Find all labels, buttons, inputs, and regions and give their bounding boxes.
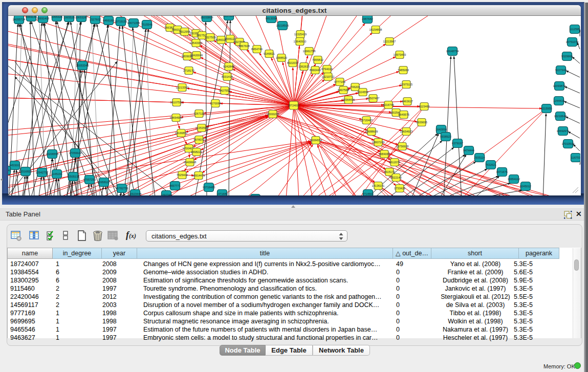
svg-text:16210643: 16210643 <box>554 115 567 118</box>
svg-text:18807249: 18807249 <box>372 141 385 144</box>
svg-text:3267110: 3267110 <box>193 112 204 115</box>
svg-text:9242848: 9242848 <box>223 65 234 68</box>
svg-text:1362615: 1362615 <box>298 65 310 68</box>
svg-text:15751074: 15751074 <box>566 40 579 43</box>
svg-text:8215955: 8215955 <box>541 107 552 110</box>
svg-text:20053346: 20053346 <box>76 64 89 67</box>
svg-text:19166852: 19166852 <box>175 132 188 135</box>
svg-text:1112595: 1112595 <box>570 28 580 31</box>
svg-text:13716485: 13716485 <box>203 186 215 189</box>
svg-text:10688609: 10688609 <box>365 130 378 133</box>
svg-text:10958117: 10958117 <box>98 181 110 184</box>
svg-text:14055724: 14055724 <box>13 18 26 21</box>
svg-text:9714564: 9714564 <box>362 192 374 195</box>
svg-text:12505135: 12505135 <box>67 175 80 178</box>
svg-text:9146821: 9146821 <box>264 52 275 55</box>
svg-text:8813054: 8813054 <box>266 17 277 20</box>
svg-text:746206: 746206 <box>351 85 360 89</box>
svg-text:6497568: 6497568 <box>338 89 349 92</box>
svg-text:6939695: 6939695 <box>416 121 427 124</box>
svg-text:16210722: 16210722 <box>322 75 335 78</box>
svg-text:7625402: 7625402 <box>177 173 188 177</box>
svg-text:23420046: 23420046 <box>190 54 203 57</box>
svg-text:3915941: 3915941 <box>8 169 11 172</box>
svg-text:9357224: 9357224 <box>223 16 234 17</box>
svg-text:7485063: 7485063 <box>398 69 409 72</box>
svg-text:16648754: 16648754 <box>446 50 459 53</box>
svg-text:10543362: 10543362 <box>190 41 203 45</box>
svg-text:20691406: 20691406 <box>37 17 50 20</box>
svg-text:9427552: 9427552 <box>219 89 230 92</box>
svg-text:16107552: 16107552 <box>170 101 183 104</box>
svg-text:8031414: 8031414 <box>222 75 233 78</box>
svg-text:9329966: 9329966 <box>561 55 573 58</box>
svg-text:10973493: 10973493 <box>394 53 406 56</box>
svg-text:1588520: 1588520 <box>276 56 287 59</box>
svg-text:6794023: 6794023 <box>321 68 333 71</box>
svg-text:9649575: 9649575 <box>398 113 409 116</box>
svg-text:12975115: 12975115 <box>400 83 412 86</box>
svg-text:9777169: 9777169 <box>334 80 345 83</box>
svg-text:12093872: 12093872 <box>553 84 566 87</box>
svg-text:8216745: 8216745 <box>383 103 394 106</box>
svg-text:2522140: 2522140 <box>390 176 402 179</box>
svg-text:3678372: 3678372 <box>193 138 205 141</box>
svg-text:2069140: 2069140 <box>26 16 37 18</box>
svg-text:10923448: 10923448 <box>129 192 142 195</box>
svg-text:9474444: 9474444 <box>463 149 474 152</box>
svg-text:1092344: 1092344 <box>161 193 172 195</box>
svg-text:16961758: 16961758 <box>303 50 316 53</box>
svg-text:1244419: 1244419 <box>553 99 564 102</box>
svg-text:10719155: 10719155 <box>115 20 127 23</box>
svg-text:9227343: 9227343 <box>555 69 567 72</box>
svg-text:1527602: 1527602 <box>90 18 101 21</box>
svg-text:16782759: 16782759 <box>116 187 128 190</box>
svg-text:11516829: 11516829 <box>19 170 32 173</box>
svg-text:8471676: 8471676 <box>496 170 508 173</box>
svg-text:116753: 116753 <box>571 156 580 159</box>
svg-text:19384554: 19384554 <box>310 139 322 142</box>
svg-text:16154838: 16154838 <box>369 28 382 31</box>
svg-text:8322037: 8322037 <box>287 61 298 64</box>
svg-text:16033809: 16033809 <box>201 16 213 19</box>
svg-text:18300295: 18300295 <box>267 113 279 116</box>
svg-text:1733426: 1733426 <box>394 187 405 190</box>
svg-text:9327509: 9327509 <box>205 36 216 39</box>
svg-text:10653287: 10653287 <box>75 16 88 19</box>
svg-text:12213967: 12213967 <box>383 40 396 43</box>
svg-text:10671355: 10671355 <box>127 21 140 25</box>
svg-text:12942757: 12942757 <box>36 171 49 174</box>
svg-text:5938923: 5938923 <box>440 135 451 138</box>
svg-text:2867608: 2867608 <box>238 45 250 48</box>
svg-text:11353594: 11353594 <box>195 126 208 129</box>
svg-text:2718170: 2718170 <box>183 69 194 72</box>
svg-text:9657771: 9657771 <box>169 184 181 187</box>
svg-text:20364436: 20364436 <box>342 98 355 101</box>
svg-text:7955812: 7955812 <box>312 58 323 61</box>
svg-text:9245012: 9245012 <box>520 185 531 188</box>
svg-text:7515546: 7515546 <box>141 23 153 26</box>
svg-text:1471680: 1471680 <box>216 192 228 195</box>
svg-text:12213363: 12213363 <box>176 86 189 89</box>
svg-text:17010504: 17010504 <box>562 142 575 145</box>
svg-text:2935114: 2935114 <box>474 156 485 159</box>
svg-text:20756928: 20756928 <box>396 145 409 148</box>
svg-text:19654983: 19654983 <box>170 116 183 119</box>
svg-text:6379197: 6379197 <box>452 142 463 145</box>
svg-text:15720407: 15720407 <box>360 119 373 122</box>
svg-text:13640910: 13640910 <box>294 40 307 43</box>
svg-text:1065528: 1065528 <box>63 16 75 19</box>
svg-text:1612074: 1612074 <box>389 161 400 164</box>
svg-text:3684067: 3684067 <box>379 152 390 156</box>
svg-text:9115460: 9115460 <box>419 105 429 108</box>
svg-text:20206556: 20206556 <box>46 152 59 156</box>
svg-text:8912954: 8912954 <box>179 30 190 33</box>
svg-text:16409948: 16409948 <box>184 161 197 164</box>
svg-text:19654923: 19654923 <box>400 130 413 133</box>
svg-text:1170064: 1170064 <box>210 102 221 105</box>
svg-text:19218506: 19218506 <box>276 24 289 27</box>
svg-text:2487682: 2487682 <box>362 17 373 20</box>
svg-text:14136141: 14136141 <box>372 184 385 187</box>
svg-text:8454749: 8454749 <box>251 48 263 51</box>
svg-text:17957253: 17957253 <box>83 178 96 181</box>
